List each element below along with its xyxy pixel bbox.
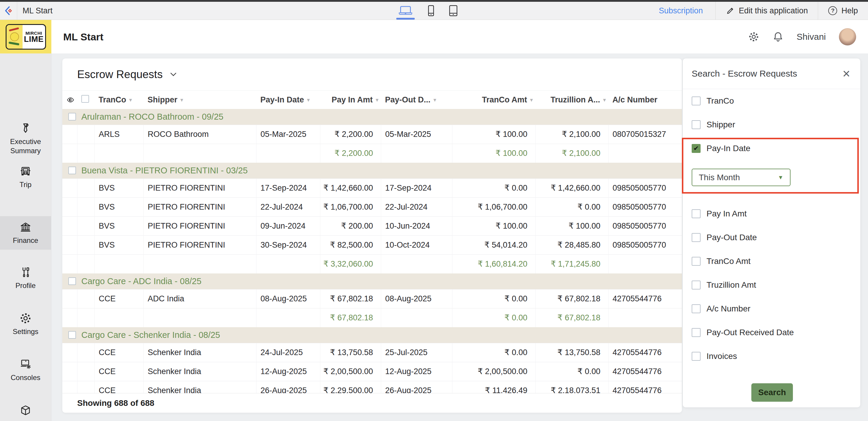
sidebar-item-consoles[interactable]: Consoles xyxy=(0,353,51,387)
checkbox[interactable] xyxy=(692,352,701,361)
checkbox[interactable] xyxy=(692,96,701,106)
sidebar-nav: Executive SummaryTripFinanceProfileSetti… xyxy=(0,54,51,421)
app-logo[interactable]: MIRCHI LIME xyxy=(0,20,51,54)
close-icon[interactable]: × xyxy=(842,67,850,80)
table-row[interactable]: BVSPIETRO FIORENTINI22-Jul-2024₹ 1,06,70… xyxy=(62,198,682,216)
app-header: MIRCHI LIME ML Start Shivani xyxy=(0,20,868,54)
column-header-pay-in-amt[interactable]: Pay In Amt▾ xyxy=(320,91,381,109)
checked-checkbox[interactable]: ✔ xyxy=(692,144,701,153)
column-header-tranco[interactable]: TranCo▾ xyxy=(94,91,144,109)
filter-arrow-icon[interactable]: ▾ xyxy=(375,97,378,103)
column-header-tranco-amt[interactable]: TranCo Amt▾ xyxy=(452,91,535,109)
edit-application-button[interactable]: Edit this application xyxy=(716,6,818,16)
group-header-row[interactable]: Arulraman - ROCO Bathroom - 09/25 xyxy=(62,109,682,125)
sidebar-item-label: Trip xyxy=(2,180,49,189)
group-checkbox[interactable] xyxy=(68,113,76,121)
eye-icon[interactable] xyxy=(62,91,77,109)
group-header-row[interactable]: Buena Vista - PIETRO FIORENTINI - 03/25 xyxy=(62,163,682,178)
search-field-a-c-number[interactable]: A/c Number xyxy=(683,297,860,321)
table-row[interactable]: ARLSROCO Bathroom05-Mar-2025₹ 2,200.0005… xyxy=(62,125,682,144)
sidebar-item-label: Consoles xyxy=(2,373,49,382)
table-row[interactable]: BVSPIETRO FIORENTINI17-Sep-2024₹ 1,42,66… xyxy=(62,178,682,198)
search-panel: Search - Escrow Requests × TranCoShipper… xyxy=(683,59,860,407)
filter-arrow-icon[interactable]: ▾ xyxy=(129,97,132,103)
filter-arrow-icon[interactable]: ▾ xyxy=(530,97,533,103)
search-field-label: TranCo Amt xyxy=(707,257,750,266)
table-row[interactable]: CCESchenker India24-Jul-2025₹ 13,750.582… xyxy=(62,343,682,362)
column-header-truzillion-a-[interactable]: Truzillion A...▾ xyxy=(535,91,608,109)
table-row[interactable]: CCESchenker India26-Aug-2025₹ 2,29,500.0… xyxy=(62,381,682,393)
sidebar-item-trip[interactable]: Trip xyxy=(0,160,51,194)
search-field-invoices[interactable]: Invoices xyxy=(683,344,860,368)
checkbox[interactable] xyxy=(692,257,701,266)
search-field-label: Invoices xyxy=(707,352,737,361)
group-header-row[interactable]: Cargo Care - ADC India - 08/25 xyxy=(62,273,682,289)
column-header-pay-out-d-[interactable]: Pay-Out D...▾ xyxy=(381,91,452,109)
chrome-app-name: ML Start xyxy=(23,6,53,16)
user-name[interactable]: Shivani xyxy=(797,32,826,42)
sidebar-item-executive-summary[interactable]: Executive Summary xyxy=(0,117,51,160)
subscription-link[interactable]: Subscription xyxy=(646,6,715,16)
checkbox[interactable] xyxy=(692,120,701,129)
search-panel-title: Search - Escrow Requests xyxy=(692,68,797,79)
sidebar-item-profile[interactable]: Profile xyxy=(0,261,51,295)
avatar[interactable] xyxy=(839,28,856,46)
column-header-row: TranCo▾Shipper▾Pay-In Date▾Pay In Amt▾Pa… xyxy=(62,91,682,109)
group-checkbox[interactable] xyxy=(68,331,76,339)
filter-arrow-icon[interactable]: ▾ xyxy=(433,97,436,103)
tablet-icon xyxy=(449,5,458,16)
search-field-label: A/c Number xyxy=(707,304,750,313)
table-row[interactable]: BVSPIETRO FIORENTINI30-Sep-2024₹ 82,500.… xyxy=(62,235,682,254)
device-laptop-button[interactable] xyxy=(398,2,413,20)
checkbox[interactable] xyxy=(692,328,701,337)
report-body-scroll[interactable]: Arulraman - ROCO Bathroom - 09/25ARLSROC… xyxy=(62,109,682,393)
group-subtotal-row[interactable]: ₹ 67,802.18₹ 0.00₹ 67,802.18 xyxy=(62,308,682,327)
tie-icon xyxy=(2,122,49,134)
filter-arrow-icon[interactable]: ▾ xyxy=(307,97,310,103)
table-row[interactable]: BVSPIETRO FIORENTINI09-Jun-2024₹ 200.001… xyxy=(62,216,682,235)
select-all-checkbox[interactable] xyxy=(77,91,94,109)
edit-application-label: Edit this application xyxy=(739,6,808,16)
search-field-pay-in-amt[interactable]: Pay In Amt xyxy=(683,202,860,225)
chevron-down-icon[interactable] xyxy=(170,72,177,77)
sidebar-item-finance[interactable]: Finance xyxy=(0,216,51,250)
device-phone-button[interactable] xyxy=(428,2,435,20)
filter-arrow-icon[interactable]: ▾ xyxy=(603,97,606,103)
search-field-label: TranCo xyxy=(707,96,734,106)
table-row[interactable]: CCEADC India08-Aug-2025₹ 67,802.1808-Aug… xyxy=(62,289,682,308)
search-field-pay-out-date[interactable]: Pay-Out Date xyxy=(683,225,860,249)
group-subtotal-row[interactable]: ₹ 3,32,060.00₹ 1,60,814.20₹ 1,71,245.80 xyxy=(62,254,682,273)
search-field-truzillion-amt[interactable]: Truzillion Amt xyxy=(683,273,860,297)
date-range-dropdown[interactable]: This Month▼ xyxy=(692,169,790,186)
search-field-shipper[interactable]: Shipper xyxy=(683,113,860,137)
sidebar-item-settings[interactable]: Settings xyxy=(0,307,51,341)
sidebar-item-app-preferences[interactable]: App Preferences xyxy=(0,399,51,421)
group-header-row[interactable]: Cargo Care - Schenker India - 08/25 xyxy=(62,327,682,343)
utensils-icon xyxy=(2,266,49,278)
sidebar-item-label: Profile xyxy=(2,281,49,290)
device-tablet-button[interactable] xyxy=(449,2,458,20)
search-field-pay-in-date[interactable]: ✔Pay-In Date xyxy=(683,137,860,160)
help-button[interactable]: ? Help xyxy=(818,6,868,16)
checkbox[interactable] xyxy=(692,233,701,242)
settings-gear-icon[interactable] xyxy=(748,31,760,42)
search-field-tranco-amt[interactable]: TranCo Amt xyxy=(683,249,860,273)
group-checkbox[interactable] xyxy=(68,167,76,174)
column-header-a-c-number[interactable]: A/c Number xyxy=(608,91,682,109)
group-subtotal-row[interactable]: ₹ 2,200.00₹ 100.00₹ 2,100.00 xyxy=(62,144,682,163)
notifications-bell-icon[interactable] xyxy=(772,31,784,42)
report-header-table: TranCo▾Shipper▾Pay-In Date▾Pay In Amt▾Pa… xyxy=(62,91,682,109)
column-header-shipper[interactable]: Shipper▾ xyxy=(144,91,256,109)
creator-logo-icon[interactable] xyxy=(0,2,17,20)
search-field-pay-out-received-date[interactable]: Pay-Out Received Date xyxy=(683,321,860,344)
group-checkbox[interactable] xyxy=(68,277,76,285)
checkbox[interactable] xyxy=(692,209,701,218)
column-header-pay-in-date[interactable]: Pay-In Date▾ xyxy=(256,91,320,109)
search-button[interactable]: Search xyxy=(751,383,793,402)
record-count: Showing 688 of 688 xyxy=(62,393,682,413)
checkbox[interactable] xyxy=(692,280,701,290)
checkbox[interactable] xyxy=(692,304,701,313)
table-row[interactable]: CCESchenker India12-Aug-2025₹ 2,00,500.0… xyxy=(62,362,682,381)
search-field-tranco[interactable]: TranCo xyxy=(683,89,860,113)
filter-arrow-icon[interactable]: ▾ xyxy=(181,97,183,103)
